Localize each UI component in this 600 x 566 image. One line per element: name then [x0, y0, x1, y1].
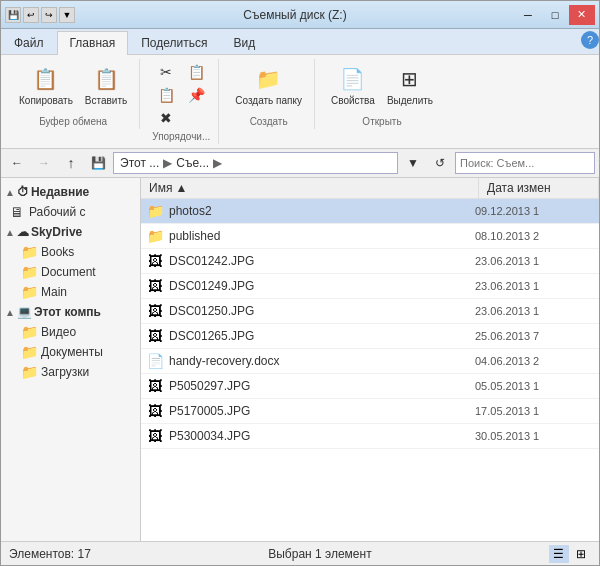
forward-button[interactable]: → — [32, 152, 56, 174]
sidebar-item-recent-label: Недавние — [31, 185, 89, 199]
file-name: P5170005.JPG — [169, 404, 475, 418]
dropdown-icon[interactable]: ▼ — [59, 7, 75, 23]
file-date: 23.06.2013 1 — [475, 305, 595, 317]
window-title: Съемный диск (Z:) — [243, 8, 346, 22]
tab-home[interactable]: Главная — [57, 31, 129, 55]
copy-to-button[interactable]: 📋 — [153, 84, 179, 106]
sidebar-item-docs-label: Документы — [41, 345, 103, 359]
move-button[interactable]: ✂ — [153, 61, 179, 83]
sidebar-item-books[interactable]: 📁 Books — [1, 242, 140, 262]
clipboard-label: Буфер обмена — [39, 116, 107, 127]
large-icon-view-btn[interactable]: ⊞ — [571, 545, 591, 563]
table-row[interactable]: 🖼DSC01242.JPG23.06.2013 1 — [141, 249, 599, 274]
title-bar: 💾 ↩ ↪ ▼ Съемный диск (Z:) ─ □ ✕ — [1, 1, 599, 29]
title-bar-left: 💾 ↩ ↪ ▼ — [5, 7, 75, 23]
sidebar-item-desktop[interactable]: 🖥 Рабочий с — [1, 202, 140, 222]
organize-items: ✂ 📋 ✖ 📋 📌 — [153, 61, 209, 129]
sidebar-item-main[interactable]: 📁 Main — [1, 282, 140, 302]
search-input[interactable] — [460, 157, 598, 169]
up-button[interactable]: ↑ — [59, 152, 83, 174]
copy-button[interactable]: 📋 Копировать — [15, 61, 77, 108]
file-list: Имя ▲ Дата измен 📁photos209.12.2013 1📁pu… — [141, 178, 599, 541]
close-button[interactable]: ✕ — [569, 5, 595, 25]
table-row[interactable]: 🖼P5050297.JPG05.05.2013 1 — [141, 374, 599, 399]
new-folder-icon: 📁 — [253, 63, 285, 95]
properties-button[interactable]: 📄 Свойства — [327, 61, 379, 108]
col-header-date[interactable]: Дата измен — [479, 178, 599, 198]
drive-icon-btn[interactable]: 💾 — [86, 152, 110, 174]
sidebar-header-recent[interactable]: ▲ ⏱ Недавние — [1, 182, 140, 202]
file-rows-container: 📁photos209.12.2013 1📁published08.10.2013… — [141, 199, 599, 449]
maximize-button[interactable]: □ — [542, 5, 568, 25]
folder-file-icon: 📁 — [145, 226, 165, 246]
sidebar-header-computer[interactable]: ▲ 💻 Этот компь — [1, 302, 140, 322]
table-row[interactable]: 🖼P5170005.JPG17.05.2013 1 — [141, 399, 599, 424]
image-file-icon: 🖼 — [145, 376, 165, 396]
ribbon-group-new: 📁 Создать папку Создать — [223, 59, 315, 129]
quick-access-icon[interactable]: 💾 — [5, 7, 21, 23]
undo-icon[interactable]: ↩ — [23, 7, 39, 23]
computer-icon: 💻 — [17, 305, 32, 319]
address-bar: ← → ↑ 💾 Этот ... ▶ Съе... ▶ ▼ ↺ 🔍 — [1, 149, 599, 178]
file-name: published — [169, 229, 475, 243]
organize-column: ✂ 📋 ✖ — [153, 61, 179, 129]
file-date: 09.12.2013 1 — [475, 205, 595, 217]
expand-recent-icon: ▲ — [5, 187, 15, 198]
sidebar-item-downloads[interactable]: 📁 Загрузки — [1, 362, 140, 382]
sidebar-item-main-label: Main — [41, 285, 67, 299]
table-row[interactable]: 📁photos209.12.2013 1 — [141, 199, 599, 224]
video-folder-icon: 📁 — [21, 324, 37, 340]
new-folder-button[interactable]: 📁 Создать папку — [231, 61, 306, 109]
sidebar-header-skydrive[interactable]: ▲ ☁ SkyDrive — [1, 222, 140, 242]
rename-button[interactable]: 📋 — [183, 61, 209, 83]
dropdown-path-btn[interactable]: ▼ — [401, 152, 425, 174]
col-header-name[interactable]: Имя ▲ — [141, 178, 479, 198]
table-row[interactable]: 📄handy-recovery.docx04.06.2013 2 — [141, 349, 599, 374]
details-view-btn[interactable]: ☰ — [549, 545, 569, 563]
select-icon: ⊞ — [394, 63, 426, 95]
tab-view[interactable]: Вид — [220, 31, 268, 54]
sidebar-item-documents[interactable]: 📁 Document — [1, 262, 140, 282]
file-date: 23.06.2013 1 — [475, 255, 595, 267]
ribbon-content: 📋 Копировать 📋 Вставить Буфер обмена ✂ — [1, 55, 599, 148]
sidebar-item-docs[interactable]: 📁 Документы — [1, 342, 140, 362]
select-button[interactable]: ⊞ Выделить — [383, 61, 437, 108]
pin-button[interactable]: 📌 — [183, 84, 209, 106]
refresh-button[interactable]: ↺ — [428, 152, 452, 174]
image-file-icon: 🖼 — [145, 326, 165, 346]
sidebar-skydrive-label: SkyDrive — [31, 225, 82, 239]
file-date: 25.06.2013 7 — [475, 330, 595, 342]
pin-icon: 📌 — [186, 85, 206, 105]
tab-file[interactable]: Файл — [1, 31, 57, 54]
sidebar-item-video[interactable]: 📁 Видео — [1, 322, 140, 342]
minimize-button[interactable]: ─ — [515, 5, 541, 25]
file-date: 05.05.2013 1 — [475, 380, 595, 392]
file-name: DSC01265.JPG — [169, 329, 475, 343]
file-list-header: Имя ▲ Дата измен — [141, 178, 599, 199]
table-row[interactable]: 🖼DSC01249.JPG23.06.2013 1 — [141, 274, 599, 299]
open-items: 📄 Свойства ⊞ Выделить — [327, 61, 437, 114]
table-row[interactable]: 🖼DSC01250.JPG23.06.2013 1 — [141, 299, 599, 324]
delete-button[interactable]: ✖ — [153, 107, 179, 129]
redo-icon[interactable]: ↪ — [41, 7, 57, 23]
table-row[interactable]: 🖼P5300034.JPG30.05.2013 1 — [141, 424, 599, 449]
table-row[interactable]: 🖼DSC01265.JPG25.06.2013 7 — [141, 324, 599, 349]
path-segment-1: Этот ... — [120, 156, 159, 170]
table-row[interactable]: 📁published08.10.2013 2 — [141, 224, 599, 249]
file-date: 04.06.2013 2 — [475, 355, 595, 367]
address-path[interactable]: Этот ... ▶ Съе... ▶ — [113, 152, 398, 174]
tab-share[interactable]: Поделиться — [128, 31, 220, 54]
search-box[interactable]: 🔍 — [455, 152, 595, 174]
move-icon: ✂ — [156, 62, 176, 82]
help-icon[interactable]: ? — [581, 31, 599, 49]
status-bar: Элементов: 17 Выбран 1 элемент ☰ ⊞ — [1, 541, 599, 565]
file-name: handy-recovery.docx — [169, 354, 475, 368]
path-segment-2: Съе... — [176, 156, 209, 170]
rename-icon: 📋 — [186, 62, 206, 82]
recent-icon: ⏱ — [17, 185, 29, 199]
sidebar-computer-label: Этот компь — [34, 305, 101, 319]
sidebar-item-books-label: Books — [41, 245, 74, 259]
path-sep-1: ▶ — [163, 156, 172, 170]
paste-button[interactable]: 📋 Вставить — [81, 61, 131, 108]
back-button[interactable]: ← — [5, 152, 29, 174]
